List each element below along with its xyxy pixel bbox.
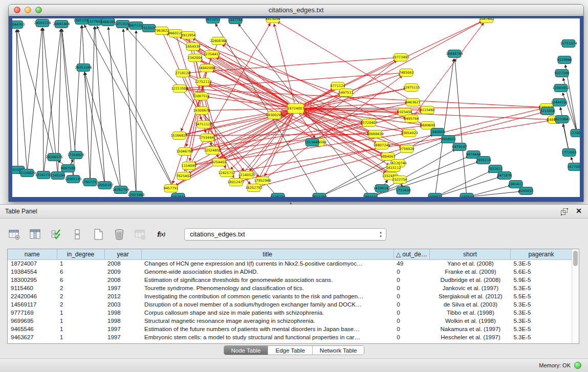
graph-node[interactable]: 16044353 xyxy=(12,21,25,29)
graph-node[interactable]: 22608368 xyxy=(210,37,227,45)
column-header-pagerank[interactable]: pagerank xyxy=(510,249,572,259)
graph-node[interactable]: 1154099 xyxy=(182,162,197,170)
graph-node[interactable]: 15046788 xyxy=(176,148,193,156)
graph-node[interactable]: 13654923 xyxy=(401,129,418,137)
graph-node[interactable]: 1615112 xyxy=(386,164,401,172)
graph-node[interactable]: 16252753 xyxy=(245,184,262,192)
graph-node[interactable]: 12093852 xyxy=(552,84,569,92)
graph-node[interactable]: 24055724 xyxy=(34,19,51,27)
graph-node[interactable]: 12975115 xyxy=(403,84,420,92)
tab-node-table[interactable]: Node Table xyxy=(224,346,269,355)
graph-node[interactable]: 8471876 xyxy=(497,172,512,180)
graph-node[interactable]: 12754411 xyxy=(203,51,220,58)
graph-node[interactable]: 2718120 xyxy=(176,70,190,77)
column-header-out_de[interactable]: △ out_de… xyxy=(394,249,429,259)
graph-node[interactable]: 16648784 xyxy=(446,50,463,58)
graph-node[interactable]: 1960441 xyxy=(363,193,378,199)
graph-node[interactable]: 9262644 xyxy=(171,193,186,199)
vertical-scrollbar[interactable] xyxy=(572,249,579,343)
tab-network-table[interactable]: Network Table xyxy=(313,346,364,355)
network-canvas[interactable]: 1872400718300295160443532405572420691406… xyxy=(9,16,583,202)
graph-node[interactable]: 12752112 xyxy=(194,78,211,86)
graph-node[interactable]: 9457791 xyxy=(164,185,179,192)
graph-node[interactable]: 1654339 xyxy=(186,43,201,51)
graph-node[interactable]: 9756928 xyxy=(400,145,415,153)
close-panel-icon[interactable]: ✕ xyxy=(576,207,582,215)
table-selector-dropdown[interactable]: citations_edges.txt ▲▼ xyxy=(184,228,386,240)
graph-node[interactable]: 15166827 xyxy=(170,132,187,140)
graph-node[interactable]: 15720407 xyxy=(360,119,377,127)
table-row[interactable]: 1456911722003Disruption of a novel membe… xyxy=(8,300,572,309)
graph-node[interactable]: 1847768 xyxy=(228,18,243,24)
graph-node[interactable]: 2522754 xyxy=(393,176,407,184)
row-height-icon[interactable] xyxy=(70,227,84,242)
table-row[interactable]: 946362711997Embryonic stem cells: a mode… xyxy=(8,333,572,341)
graph-node[interactable]: 9495764 xyxy=(404,115,419,123)
graph-node[interactable]: 1677003 xyxy=(568,163,581,171)
graph-node[interactable]: 1193544 xyxy=(460,193,474,199)
show-columns-icon[interactable] xyxy=(28,227,42,242)
graph-node[interactable]: 2935114 xyxy=(476,157,491,164)
graph-node[interactable]: 18807249 xyxy=(373,142,390,149)
graph-node[interactable]: 12156829 xyxy=(18,169,35,177)
graph-node[interactable]: 9463627 xyxy=(406,99,421,106)
function-builder-icon[interactable]: f(x) xyxy=(154,227,168,242)
delete-trash-icon[interactable] xyxy=(112,227,126,242)
graph-node[interactable]: 20206576 xyxy=(46,154,62,161)
graph-node[interactable]: 1840954 xyxy=(430,128,445,136)
graph-node[interactable]: 15751074 xyxy=(560,40,577,48)
graph-node[interactable]: 18724007 xyxy=(287,104,304,114)
graph-node[interactable]: 24711122 xyxy=(195,121,212,128)
graph-node[interactable]: 7485063 xyxy=(399,69,414,77)
graph-node[interactable]: 10688639 xyxy=(366,130,383,138)
graph-node[interactable]: 19308671 xyxy=(193,107,210,115)
float-panel-icon[interactable] xyxy=(560,208,569,216)
graph-node[interactable]: 17534447 xyxy=(199,134,215,142)
citation-network-graph[interactable]: 1872400718300295160443532405572420691406… xyxy=(12,18,581,198)
graph-node[interactable]: 14842004 xyxy=(198,64,215,72)
graph-node[interactable]: 8813054 xyxy=(266,18,280,23)
graph-node[interactable]: 2614794 xyxy=(312,193,327,199)
graph-node[interactable]: 17852946 xyxy=(254,177,271,185)
graph-node[interactable]: 9129966 xyxy=(557,56,572,64)
graph-node[interactable]: 13142737 xyxy=(35,171,52,179)
graph-node[interactable]: 16782759 xyxy=(112,186,129,194)
graph-node[interactable]: 1145194 xyxy=(51,172,66,180)
table-row[interactable]: 1830029562008Estimation of significance … xyxy=(8,276,572,284)
graph-node[interactable]: 12213500 xyxy=(171,85,188,93)
graph-node[interactable]: 10958187 xyxy=(96,182,113,189)
column-header-year[interactable]: year xyxy=(104,249,141,259)
graph-node[interactable]: 12524853 xyxy=(204,147,221,155)
graph-node[interactable]: 14196141 xyxy=(373,185,390,192)
table-row[interactable]: 911546021997Tourette syndrome. Phenomeno… xyxy=(8,284,572,292)
table-row[interactable]: 946554611997Estimation of the future num… xyxy=(8,325,572,333)
table-row[interactable]: 969969511998Structural magnetic resonanc… xyxy=(8,317,572,325)
graph-node[interactable]: 9115460 xyxy=(420,106,435,114)
graph-node[interactable]: 9097588 xyxy=(61,165,76,172)
column-header-name[interactable]: name xyxy=(8,249,57,259)
graph-node[interactable]: 1008871 xyxy=(428,193,443,199)
graph-node[interactable]: 9227349 xyxy=(555,70,570,77)
graph-node[interactable]: 12505135 xyxy=(64,176,81,183)
table-options-icon[interactable] xyxy=(7,227,21,242)
graph-node[interactable]: 6466160 xyxy=(101,18,116,26)
graph-node[interactable]: 7625402 xyxy=(177,172,191,180)
graph-node[interactable]: 1513445 xyxy=(305,139,320,146)
graph-node[interactable]: 12444151 xyxy=(551,99,568,106)
graph-node[interactable]: 20691406 xyxy=(53,20,70,28)
graph-node[interactable]: 18300295 xyxy=(266,112,282,119)
graph-node[interactable]: 19773493 xyxy=(392,54,409,61)
graph-node[interactable]: 9245012 xyxy=(519,187,534,195)
scrollbar-thumb[interactable] xyxy=(573,251,578,266)
graph-node[interactable]: 1527602 xyxy=(88,18,102,26)
graph-node[interactable]: 12923468 xyxy=(127,191,144,199)
window-titlebar[interactable]: citations_edges.txt xyxy=(9,5,583,15)
graph-node[interactable]: 16210643 xyxy=(553,116,570,123)
graph-node[interactable]: 8215958 xyxy=(540,107,555,115)
graph-node[interactable]: 6479197 xyxy=(452,143,467,151)
graph-node[interactable]: 8958923 xyxy=(441,136,456,143)
graph-node[interactable]: 8912954 xyxy=(181,32,196,39)
graph-node[interactable]: 13087513 xyxy=(192,93,209,100)
graph-node[interactable]: 9254402 xyxy=(212,159,227,166)
graph-node[interactable]: 5497511 xyxy=(339,89,354,97)
